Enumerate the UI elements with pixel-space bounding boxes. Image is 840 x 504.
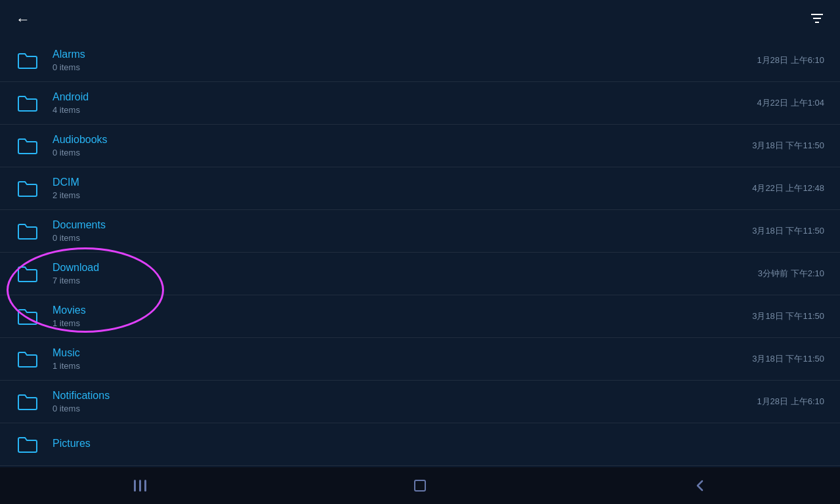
file-date: 3月18日 下午11:50 [752, 310, 824, 322]
file-info: Music 1 items [52, 347, 752, 371]
file-info: Movies 1 items [52, 304, 752, 328]
file-count: 1 items [52, 361, 752, 371]
file-date: 1月28日 上午6:10 [757, 54, 824, 66]
folder-icon [16, 304, 39, 328]
file-info: Audiobooks 0 items [52, 134, 752, 158]
list-item[interactable]: Movies 1 items 3月18日 下午11:50 [0, 295, 840, 338]
file-count: 0 items [52, 148, 752, 158]
main-area: ← Alarms 0 items 1月28日 上午6:10 [0, 0, 840, 467]
file-name: Download [52, 262, 758, 274]
file-name: Audiobooks [52, 134, 752, 146]
file-name: Alarms [52, 49, 757, 60]
folder-icon [16, 49, 39, 72]
home-button[interactable] [394, 472, 446, 499]
file-info: Documents 0 items [52, 219, 752, 243]
file-count: 0 items [52, 62, 757, 72]
annotated-group: Download 7 items 3分钟前 下午2:10 Movies 1 it… [0, 253, 840, 338]
folder-icon [16, 390, 39, 413]
back-nav-button[interactable] [674, 472, 726, 499]
file-info: Notifications 0 items [52, 390, 757, 413]
folder-icon [16, 262, 39, 285]
list-item[interactable]: Audiobooks 0 items 3月18日 下午11:50 [0, 125, 840, 167]
file-name: Notifications [52, 390, 757, 402]
file-count: 4 items [52, 105, 757, 115]
file-name: Pictures [52, 438, 824, 450]
list-item[interactable]: Alarms 0 items 1月28日 上午6:10 [0, 39, 840, 82]
file-info: Download 7 items [52, 262, 758, 285]
file-date: 3月18日 下午11:50 [752, 140, 824, 152]
file-info: Android 4 items [52, 91, 757, 115]
file-info: DCIM 2 items [52, 177, 752, 200]
file-date: 4月22日 上午1:04 [757, 97, 824, 109]
folder-icon [16, 219, 39, 243]
file-date: 4月22日 上午12:48 [752, 182, 824, 194]
folder-icon [16, 177, 39, 200]
folder-icon [16, 347, 39, 371]
file-name: Android [52, 91, 757, 103]
file-name: Movies [52, 304, 752, 316]
file-count: 1 items [52, 318, 752, 328]
folder-icon [16, 432, 39, 456]
header: ← [0, 0, 840, 39]
file-date: 1月28日 上午6:10 [757, 396, 824, 408]
file-info: Alarms 0 items [52, 49, 757, 72]
file-date: 3分钟前 下午2:10 [758, 268, 824, 280]
list-item[interactable]: Notifications 0 items 1月28日 上午6:10 [0, 381, 840, 423]
file-date: 3月18日 下午11:50 [752, 225, 824, 237]
file-count: 7 items [52, 276, 758, 285]
list-item[interactable]: Documents 0 items 3月18日 下午11:50 [0, 210, 840, 253]
list-item[interactable]: Download 7 items 3分钟前 下午2:10 [0, 253, 840, 295]
file-info: Pictures [52, 438, 824, 452]
file-list: Alarms 0 items 1月28日 上午6:10 Android 4 it… [0, 39, 840, 467]
file-name: DCIM [52, 177, 752, 188]
folder-icon [16, 91, 39, 115]
file-date: 3月18日 下午11:50 [752, 353, 824, 365]
recents-button[interactable] [114, 472, 166, 499]
svg-rect-3 [415, 480, 425, 491]
list-item[interactable]: Pictures [0, 423, 840, 466]
list-item[interactable]: DCIM 2 items 4月22日 上午12:48 [0, 167, 840, 210]
file-count: 2 items [52, 190, 752, 200]
file-count: 0 items [52, 233, 752, 243]
list-item[interactable]: Music 1 items 3月18日 下午11:50 [0, 338, 840, 381]
back-button[interactable]: ← [16, 12, 30, 27]
folder-icon [16, 134, 39, 158]
header-left: ← [16, 12, 43, 27]
file-name: Documents [52, 219, 752, 231]
file-name: Music [52, 347, 752, 359]
file-count: 0 items [52, 404, 757, 413]
list-item[interactable]: Android 4 items 4月22日 上午1:04 [0, 82, 840, 125]
nav-bar [0, 467, 840, 504]
filter-icon[interactable] [810, 12, 824, 28]
